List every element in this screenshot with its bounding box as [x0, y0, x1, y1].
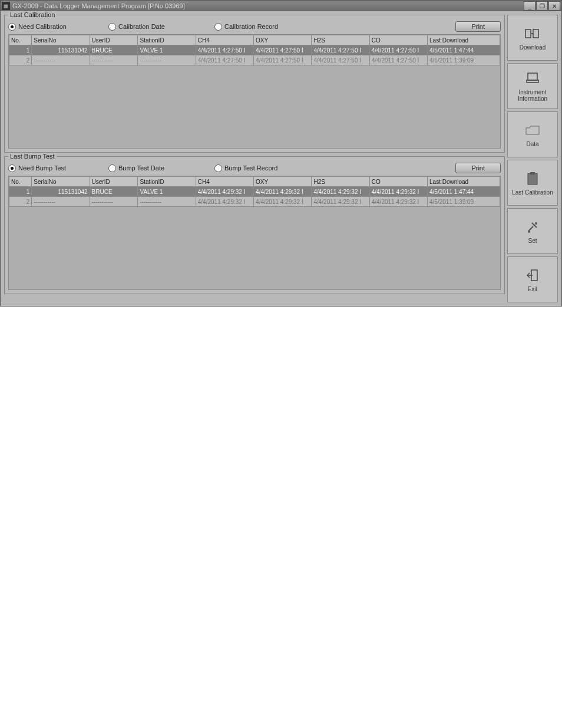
last-bumptest-title: Last Bump Test [8, 153, 57, 160]
radio-calibration-date[interactable]: Calibration Date [108, 23, 214, 31]
svg-rect-2 [528, 73, 537, 80]
titlebar: ▦ GX-2009 - Data Logger Management Progr… [1, 1, 561, 11]
cell-user: ----------- [90, 197, 138, 207]
col-ch4[interactable]: CH4 [196, 35, 253, 45]
table-row[interactable]: 1 115131042 BRUCE VALVE 1 4/4/2011 4:27:… [9, 45, 500, 55]
grid-empty-area [9, 65, 500, 148]
window-title: GX-2009 - Data Logger Management Program… [12, 2, 523, 9]
calibration-grid[interactable]: No. SerialNo UserID StationID CH4 OXY H2… [8, 34, 501, 149]
exit-icon [524, 268, 541, 282]
svg-point-6 [528, 230, 530, 233]
radio-calibration-record[interactable]: Calibration Record [214, 23, 320, 31]
col-lastdownload[interactable]: Last Download [428, 177, 500, 187]
cell-dl: 4/5/2011 1:47:44 [428, 187, 500, 197]
radio-dot-icon [8, 23, 16, 31]
cell-oxy: 4/4/2011 4:27:50 I [254, 55, 312, 65]
cell-station: VALVE 1 [138, 45, 196, 55]
grid-empty-area [9, 207, 500, 289]
minimize-button[interactable]: _ [524, 1, 535, 11]
radio-bumptest-record[interactable]: Bump Test Record [214, 164, 320, 172]
set-button[interactable]: Set [507, 208, 558, 254]
close-button[interactable]: ✕ [548, 1, 560, 11]
col-stationid[interactable]: StationID [138, 177, 196, 187]
col-co[interactable]: CO [369, 35, 427, 45]
col-serialno[interactable]: SerialNo [32, 35, 90, 45]
svg-point-7 [535, 222, 537, 225]
radio-bumptest-date[interactable]: Bump Test Date [108, 164, 214, 172]
folder-icon [524, 123, 541, 137]
svg-rect-4 [528, 173, 537, 185]
data-label: Data [526, 141, 538, 147]
col-stationid[interactable]: StationID [138, 35, 196, 45]
cell-ch4: 4/4/2011 4:27:50 I [196, 45, 253, 55]
radio-need-bumptest[interactable]: Need Bump Test [8, 164, 108, 172]
cell-user: BRUCE [90, 45, 138, 55]
app-window: ▦ GX-2009 - Data Logger Management Progr… [0, 0, 562, 307]
radio-label: Calibration Date [118, 23, 165, 30]
window-buttons: _ ❐ ✕ [523, 1, 560, 11]
bumptest-grid[interactable]: No. SerialNo UserID StationID CH4 OXY H2… [8, 176, 501, 290]
last-calibration-group: Last Calibration Need Calibration Calibr… [4, 15, 505, 153]
col-userid[interactable]: UserID [90, 177, 138, 187]
radio-empty-icon [108, 164, 116, 172]
cell-serial: 115131042 [32, 45, 90, 55]
radio-label: Need Calibration [18, 23, 67, 30]
maximize-button[interactable]: ❐ [536, 1, 548, 11]
col-no[interactable]: No. [9, 177, 32, 187]
col-userid[interactable]: UserID [90, 35, 138, 45]
print-calibration-button[interactable]: Print [455, 21, 501, 32]
radio-empty-icon [108, 23, 116, 31]
cell-co: 4/4/2011 4:27:50 I [369, 45, 427, 55]
last-calibration-title: Last Calibration [8, 11, 57, 18]
calibration-radio-row: Need Calibration Calibration Date Calibr… [8, 21, 501, 32]
cell-no: 1 [9, 45, 32, 55]
instrument-info-button[interactable]: Instrument Information [507, 63, 558, 109]
cell-h2s: 4/4/2011 4:29:32 I [312, 187, 369, 197]
col-co[interactable]: CO [369, 177, 427, 187]
exit-button[interactable]: Exit [507, 256, 558, 302]
cell-h2s: 4/4/2011 4:29:32 I [312, 197, 369, 207]
cell-dl: 4/5/2011 1:39:09 [428, 55, 500, 65]
col-ch4[interactable]: CH4 [196, 177, 253, 187]
tools-icon [524, 220, 541, 234]
radio-label: Need Bump Test [18, 164, 66, 172]
col-no[interactable]: No. [9, 35, 32, 45]
table-row[interactable]: 1 115131042 BRUCE VALVE 1 4/4/2011 4:29:… [9, 187, 500, 197]
table-row[interactable]: 2 ----------- ----------- ----------- 4/… [9, 55, 500, 65]
last-calibration-button[interactable]: Last Calibration [507, 160, 558, 206]
sidebar: Download Instrument Information Data Las… [507, 15, 558, 302]
set-label: Set [528, 238, 537, 244]
download-label: Download [520, 44, 546, 51]
cell-no: 1 [9, 187, 32, 197]
col-serialno[interactable]: SerialNo [32, 177, 90, 187]
bumptest-radio-row: Need Bump Test Bump Test Date Bump Test … [8, 163, 501, 173]
cell-station: VALVE 1 [138, 187, 196, 197]
clipboard-icon [524, 172, 541, 186]
cell-h2s: 4/4/2011 4:27:50 I [312, 45, 369, 55]
col-oxy[interactable]: OXY [254, 35, 312, 45]
table-row[interactable]: 2 ----------- ----------- ----------- 4/… [9, 197, 500, 207]
cell-serial: ----------- [32, 197, 90, 207]
col-oxy[interactable]: OXY [254, 177, 312, 187]
cell-station: ----------- [138, 55, 196, 65]
table-header-row: No. SerialNo UserID StationID CH4 OXY H2… [9, 177, 500, 187]
instrument-label: Instrument Information [509, 89, 556, 102]
col-h2s[interactable]: H2S [312, 177, 369, 187]
radio-need-calibration[interactable]: Need Calibration [8, 23, 108, 31]
cell-ch4: 4/4/2011 4:29:32 I [196, 187, 253, 197]
cell-user: BRUCE [90, 187, 138, 197]
col-h2s[interactable]: H2S [312, 35, 369, 45]
cell-oxy: 4/4/2011 4:29:32 I [254, 187, 312, 197]
col-lastdownload[interactable]: Last Download [428, 35, 500, 45]
download-button[interactable]: Download [507, 15, 558, 61]
last-bumptest-group: Last Bump Test Need Bump Test Bump Test … [4, 156, 505, 294]
app-icon: ▦ [2, 2, 10, 10]
radio-label: Bump Test Record [224, 164, 277, 172]
table-header-row: No. SerialNo UserID StationID CH4 OXY H2… [9, 35, 500, 45]
print-bumptest-button[interactable]: Print [455, 163, 501, 173]
svg-rect-5 [530, 172, 535, 174]
cell-station: ----------- [138, 197, 196, 207]
cell-serial: 115131042 [32, 187, 90, 197]
cell-no: 2 [9, 55, 32, 65]
data-button[interactable]: Data [507, 111, 558, 157]
